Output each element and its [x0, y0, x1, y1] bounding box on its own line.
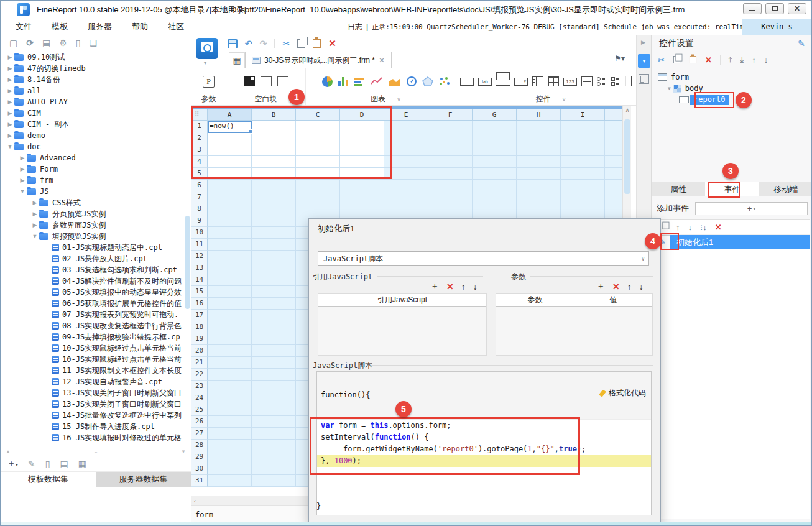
tree-item-folder[interactable]: ▶Form [1, 164, 191, 175]
tree-item-folder[interactable]: ▶demo [1, 130, 191, 141]
row-header[interactable]: 22 [191, 369, 208, 381]
row-header[interactable]: 28 [191, 440, 208, 451]
row-header[interactable]: 18 [191, 321, 208, 333]
menu-item[interactable]: 文件 [16, 21, 32, 32]
sheet-cell[interactable] [384, 144, 428, 156]
row-header[interactable]: 6 [191, 180, 208, 191]
tree-item-folder[interactable]: ▶Advanced [1, 152, 191, 164]
tree-item-file[interactable]: 02-JS悬停放大图片.cpt [1, 253, 191, 264]
sheet-cell[interactable] [208, 168, 252, 180]
row-header[interactable]: 13 [191, 262, 208, 274]
sheet-cell[interactable] [340, 144, 384, 156]
line-chart-icon[interactable] [371, 76, 383, 86]
event-delete-icon[interactable]: ✕ [715, 223, 722, 232]
delete-icon[interactable]: ▯ [76, 38, 81, 48]
vsplit-block-icon[interactable] [277, 76, 288, 86]
minimize-button[interactable] [743, 3, 762, 14]
sheet-cell[interactable] [384, 168, 428, 180]
row-header[interactable]: 29 [191, 451, 208, 463]
sheet-cell[interactable] [208, 144, 252, 156]
label-widget-icon[interactable]: lab [478, 78, 492, 86]
sheet-cell[interactable] [428, 180, 473, 191]
tree-item-folder[interactable]: ▼doc [1, 141, 191, 152]
event-item-row[interactable]: ✎ 初始化后1 [655, 235, 810, 249]
tree-item-folder[interactable]: ▼JS [1, 186, 191, 197]
sheet-cell[interactable] [340, 203, 384, 215]
scroll-up-icon[interactable]: ∧ [623, 107, 632, 113]
sheet-cell[interactable] [208, 227, 252, 239]
menu-item[interactable]: 帮助 [132, 21, 148, 32]
sheet-corner[interactable] [191, 109, 208, 121]
sheet-cell[interactable] [208, 333, 252, 345]
sheet-cell[interactable] [561, 180, 605, 191]
code-lines[interactable]: var form = this.options.form;setInterval… [317, 420, 651, 501]
sheet-cell[interactable] [561, 132, 605, 144]
copy-icon[interactable] [297, 39, 305, 48]
remove-icon[interactable]: ✕ [612, 282, 620, 292]
expand-arrow-icon[interactable]: ▼ [668, 86, 671, 91]
sheet-cell[interactable] [384, 191, 428, 203]
expand-arrow-icon[interactable]: ▶ [18, 155, 27, 161]
sheet-cell[interactable] [252, 404, 296, 416]
sheet-cell[interactable] [252, 121, 296, 132]
sheet-cell[interactable] [340, 168, 384, 180]
expand-arrow-icon[interactable]: ▶ [30, 222, 39, 228]
tree-item-file[interactable]: 15-JS制作导入进度条.cpt [1, 421, 191, 432]
tree-item-folder[interactable]: ▶47的切换finedb [1, 63, 191, 74]
sheet-cell[interactable] [252, 428, 296, 440]
expand-arrow-icon[interactable]: ▶ [6, 76, 14, 83]
tree-item-file[interactable]: 06-JS获取填报扩展单元格控件的值 [1, 298, 191, 309]
sheet-cell[interactable] [340, 132, 384, 144]
tree-item-file[interactable]: 16-JS实现填报时对修改过的单元格 [1, 432, 191, 443]
expand-arrow-icon[interactable]: ▶ [18, 177, 27, 183]
expand-arrow-icon[interactable]: ▼ [18, 188, 27, 195]
tree-item-file[interactable]: 04-JS解决控件值刷新不及时的问题 [1, 275, 191, 287]
paste-icon[interactable] [313, 39, 321, 48]
radio-group-widget-icon[interactable] [597, 76, 607, 86]
sheet-cell[interactable] [296, 203, 340, 215]
sheet-cell[interactable] [252, 132, 296, 144]
sheet-cell[interactable] [384, 180, 428, 191]
list-widget-icon[interactable] [581, 76, 593, 86]
down-icon[interactable]: ↓ [473, 282, 478, 292]
tree-scrollbar[interactable] [185, 216, 190, 309]
new-folder-icon[interactable]: ▢ [9, 38, 17, 48]
row-header[interactable]: 17 [191, 310, 208, 321]
tab-close-icon[interactable]: ✕ [379, 56, 385, 65]
tree-item-file[interactable]: 05-JS实现填报中的动态星星评分效 [1, 287, 191, 298]
sheet-cell[interactable] [473, 132, 517, 144]
column-chart-icon[interactable] [338, 76, 349, 86]
remove-icon[interactable]: ✕ [446, 282, 454, 292]
row-header[interactable]: 3 [191, 144, 208, 156]
row-header[interactable]: 15 [191, 286, 208, 298]
sheet-cell[interactable] [517, 121, 561, 132]
delete-icon[interactable]: ✕ [328, 38, 336, 49]
sheet-cell[interactable] [208, 239, 252, 251]
column-header[interactable]: H [517, 109, 561, 121]
sheet-tab-form[interactable]: form [195, 510, 213, 519]
template-search-icon[interactable] [196, 38, 218, 59]
column-header[interactable]: D [340, 109, 384, 121]
sheet-cell[interactable] [208, 369, 252, 381]
sheet-cell[interactable] [252, 274, 296, 286]
widget-settings-toggle[interactable]: ▼ [638, 54, 650, 68]
copy-event-icon[interactable] [660, 224, 667, 231]
sheet-cell[interactable] [296, 156, 340, 168]
expand-arrow-icon[interactable]: ▶ [6, 132, 14, 139]
sheet-cell[interactable] [561, 168, 605, 180]
sheet-cell[interactable] [208, 357, 252, 369]
tab-list-icon[interactable]: ▦ [229, 52, 245, 68]
column-header[interactable]: E [384, 109, 428, 121]
sheet-cell[interactable] [208, 463, 252, 475]
sheet-cell[interactable] [561, 144, 605, 156]
sheet-cell[interactable] [208, 203, 252, 215]
row-header[interactable]: 14 [191, 274, 208, 286]
add-icon[interactable]: ＋ [596, 281, 605, 292]
widget-tree-item[interactable]: form [652, 72, 812, 83]
template-caret-icon[interactable]: ▾ [204, 60, 206, 66]
sheet-cell[interactable] [296, 144, 340, 156]
row-header[interactable]: 27 [191, 428, 208, 440]
row-header[interactable]: 16 [191, 298, 208, 310]
tree-item-folder[interactable]: ▶CIM [1, 108, 191, 119]
sheet-cell[interactable] [517, 156, 561, 168]
